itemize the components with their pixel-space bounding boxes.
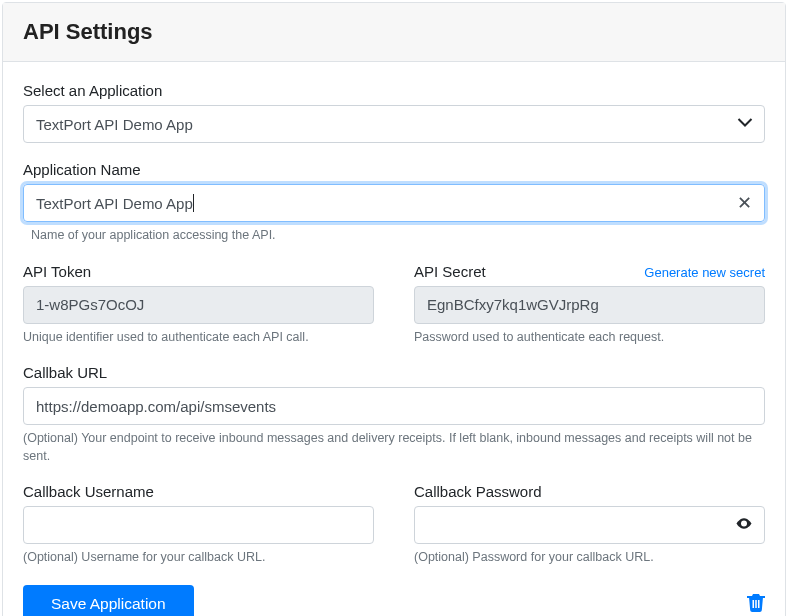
token-secret-row: API Token Unique identifier used to auth… [23,263,765,347]
api-token-label: API Token [23,263,374,280]
application-name-label: Application Name [23,161,765,178]
generate-secret-link[interactable]: Generate new secret [644,265,765,280]
callback-url-label: Callbak URL [23,364,765,381]
text-cursor [193,194,194,212]
application-name-value: TextPort API Demo App [36,195,193,212]
api-token-input[interactable] [23,286,374,324]
clear-icon[interactable]: ✕ [737,192,752,214]
page-title: API Settings [23,19,765,45]
select-application-value: TextPort API Demo App [36,116,193,133]
select-application-group: Select an Application TextPort API Demo … [23,82,765,143]
callback-password-input[interactable] [414,506,765,544]
eye-icon[interactable] [735,515,753,536]
callback-password-group: Callback Password (Optional) Password fo… [414,483,765,567]
callback-username-group: Callback Username (Optional) Username fo… [23,483,374,567]
callback-password-label: Callback Password [414,483,765,500]
svg-rect-1 [753,600,755,608]
callback-credentials-row: Callback Username (Optional) Username fo… [23,483,765,567]
select-application-wrap: TextPort API Demo App [23,105,765,143]
svg-rect-3 [758,600,760,608]
select-application-label: Select an Application [23,82,765,99]
api-secret-label: API Secret [414,263,486,280]
save-button[interactable]: Save Application [23,585,194,617]
api-settings-card: API Settings Select an Application TextP… [2,2,786,616]
callback-username-helper: (Optional) Username for your callback UR… [23,549,374,567]
application-name-helper: Name of your application accessing the A… [23,227,765,245]
card-body: Select an Application TextPort API Demo … [3,62,785,616]
select-application[interactable]: TextPort API Demo App [23,105,765,143]
svg-rect-2 [755,600,757,608]
application-name-group: Application Name TextPort API Demo App ✕… [23,161,765,245]
api-token-group: API Token Unique identifier used to auth… [23,263,374,347]
callback-password-helper: (Optional) Password for your callback UR… [414,549,765,567]
api-secret-group: API Secret Generate new secret Password … [414,263,765,347]
card-header: API Settings [3,3,785,62]
trash-icon[interactable] [747,592,765,615]
callback-password-wrap [414,506,765,544]
actions-row: Save Application [23,585,765,617]
api-secret-helper: Password used to authenticate each reque… [414,329,765,347]
callback-url-input[interactable] [23,387,765,425]
api-secret-input[interactable] [414,286,765,324]
callback-url-helper: (Optional) Your endpoint to receive inbo… [23,430,765,465]
svg-point-0 [743,522,746,525]
application-name-input[interactable]: TextPort API Demo App ✕ [23,184,765,222]
api-token-helper: Unique identifier used to authenticate e… [23,329,374,347]
application-name-wrap: TextPort API Demo App ✕ [23,184,765,222]
callback-username-input[interactable] [23,506,374,544]
callback-username-label: Callback Username [23,483,374,500]
callback-url-group: Callbak URL (Optional) Your endpoint to … [23,364,765,465]
